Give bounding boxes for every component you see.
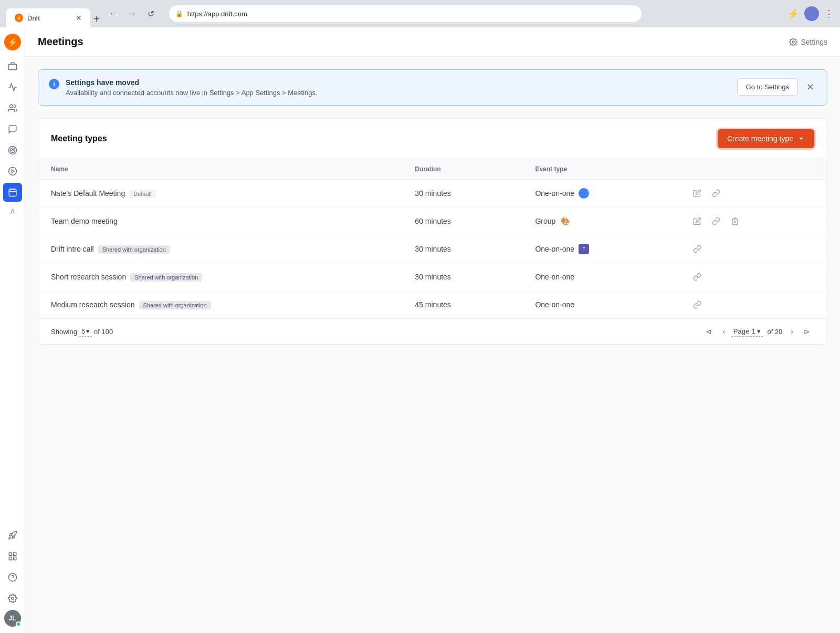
- pagination-row: Showing 5 ▾ of 100 ⊲ ‹ Page 1 ▾: [38, 318, 827, 344]
- row-name: Medium research session: [51, 300, 135, 309]
- browser-profile-avatar[interactable]: [804, 6, 819, 21]
- copy-link-button[interactable]: [691, 243, 704, 255]
- svg-rect-0: [8, 64, 16, 70]
- duration-cell: 60 minutes: [402, 207, 522, 235]
- svg-rect-13: [9, 557, 12, 560]
- sidebar-item-help[interactable]: [3, 568, 22, 587]
- sidebar-item-rocket[interactable]: [3, 526, 22, 545]
- copy-link-button[interactable]: [691, 298, 704, 311]
- chat-icon: [8, 124, 17, 134]
- duration-cell: 30 minutes: [402, 180, 522, 207]
- active-tab[interactable]: ⚡ Drift ✕: [6, 8, 90, 27]
- topbar-settings-icon: [789, 38, 797, 46]
- tab-close-button[interactable]: ✕: [76, 14, 82, 22]
- sidebar: ⚡ ∧: [0, 27, 25, 633]
- edit-icon: [693, 217, 701, 225]
- goto-settings-button[interactable]: Go to Settings: [737, 78, 798, 96]
- sidebar-bottom: JL: [3, 526, 22, 627]
- table-header: Name Duration Event type: [38, 159, 827, 180]
- grid-icon: [8, 552, 17, 561]
- of-pages: of 20: [765, 328, 784, 336]
- actions-cell: [678, 291, 827, 319]
- svg-rect-7: [9, 189, 16, 196]
- svg-point-18: [792, 41, 794, 43]
- settings-link[interactable]: Settings: [789, 38, 827, 46]
- page-selector[interactable]: Page 1 ▾: [731, 326, 763, 337]
- target-icon: [8, 146, 17, 155]
- sidebar-item-inbox[interactable]: [3, 57, 22, 76]
- event-type-cell: One-on-one: [522, 180, 678, 207]
- pagination-controls: ⊲ ‹ Page 1 ▾ of 20 › ⊳: [701, 325, 814, 338]
- row-badge: Shared with organization: [98, 245, 170, 254]
- link-icon: [712, 189, 720, 198]
- row-name: Short research session: [51, 273, 126, 281]
- sidebar-item-settings[interactable]: [3, 589, 22, 608]
- event-type-label: One-on-one: [535, 189, 574, 198]
- sidebar-item-meetings[interactable]: [3, 183, 22, 202]
- event-type-cell: One-on-one: [522, 263, 678, 291]
- content-area: i Settings have moved Availability and c…: [25, 57, 840, 633]
- drift-logo[interactable]: ⚡: [4, 34, 21, 50]
- link-icon: [712, 217, 720, 225]
- actions-cell: [678, 263, 827, 291]
- event-type-cell: Group 🎨: [522, 207, 678, 235]
- row-actions: [691, 243, 814, 255]
- svg-point-4: [12, 150, 13, 151]
- sidebar-item-contacts[interactable]: [3, 99, 22, 118]
- event-type-cell: One-on-one: [522, 291, 678, 319]
- current-page: 1: [751, 327, 755, 335]
- row-badge: Shared with organization: [139, 301, 211, 309]
- name-cell: Drift intro callShared with organization: [38, 235, 402, 263]
- chevron-down-icon: [797, 135, 805, 142]
- prev-page-button[interactable]: ‹: [718, 325, 729, 338]
- table-row: Short research sessionShared with organi…: [38, 263, 827, 291]
- banner-close-button[interactable]: ✕: [804, 81, 816, 93]
- create-meeting-type-button[interactable]: Create meeting type: [718, 129, 814, 148]
- edit-button[interactable]: [691, 215, 704, 227]
- sidebar-item-playbooks[interactable]: [3, 162, 22, 181]
- forward-button[interactable]: →: [125, 6, 140, 21]
- next-page-button[interactable]: ›: [786, 325, 797, 338]
- showing-dropdown-icon: ▾: [86, 327, 90, 335]
- row-name: Nate's Default Meeting: [51, 189, 125, 198]
- user-avatar[interactable]: JL: [4, 610, 21, 627]
- last-page-button[interactable]: ⊳: [800, 325, 814, 338]
- sidebar-item-targets[interactable]: [3, 141, 22, 160]
- event-icon-blue: [579, 188, 589, 199]
- sidebar-collapse-button[interactable]: ∧: [7, 204, 18, 218]
- tab-favicon: ⚡: [15, 14, 23, 22]
- name-cell: Medium research sessionShared with organ…: [38, 291, 402, 319]
- refresh-button[interactable]: ↺: [144, 6, 159, 21]
- edit-button[interactable]: [691, 187, 704, 200]
- table-row: Drift intro callShared with organization…: [38, 235, 827, 263]
- row-badge: Default: [129, 190, 156, 198]
- browser-tabs: ⚡ Drift ✕ +: [6, 0, 102, 27]
- url-bar[interactable]: 🔒 https://app.drift.com: [169, 5, 642, 22]
- showing-count-select[interactable]: 5 ▾: [79, 326, 92, 337]
- copy-link-button[interactable]: [710, 187, 722, 200]
- main-content: Meetings Settings i Settings have moved …: [25, 27, 840, 633]
- contacts-icon: [8, 103, 17, 113]
- back-button[interactable]: ←: [106, 6, 121, 21]
- new-tab-button[interactable]: +: [91, 11, 102, 27]
- name-cell: Nate's Default MeetingDefault: [38, 180, 402, 207]
- event-icon-google: 🎨: [560, 216, 570, 226]
- banner-info-icon: i: [49, 79, 59, 89]
- page-dropdown-icon: ▾: [757, 327, 761, 335]
- banner-left: i Settings have moved Availability and c…: [49, 78, 318, 97]
- browser-menu-button[interactable]: ⋮: [824, 8, 834, 19]
- sidebar-item-chat[interactable]: [3, 120, 22, 139]
- name-cell: Short research sessionShared with organi…: [38, 263, 402, 291]
- svg-point-3: [10, 148, 15, 153]
- delete-button[interactable]: [729, 215, 741, 227]
- row-actions: [691, 187, 814, 200]
- event-type-label: One-on-one: [535, 300, 574, 309]
- actions-cell: [678, 235, 827, 263]
- rocket-icon: [8, 531, 17, 540]
- first-page-button[interactable]: ⊲: [701, 325, 716, 338]
- copy-link-button[interactable]: [710, 215, 722, 227]
- copy-link-button[interactable]: [691, 271, 704, 283]
- event-type-cell: One-on-one T: [522, 235, 678, 263]
- sidebar-item-apps[interactable]: [3, 547, 22, 566]
- sidebar-item-analytics[interactable]: [3, 78, 22, 97]
